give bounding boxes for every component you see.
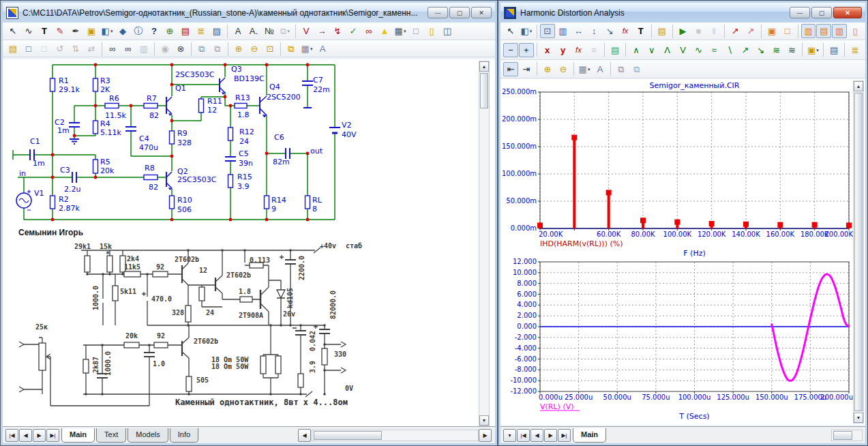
find-icon[interactable]: ∞: [105, 42, 120, 56]
cursor-right-axis-icon[interactable]: ⇥: [519, 62, 534, 76]
show-pin-names-icon[interactable]: A.: [246, 24, 261, 38]
cursor-mode-icon[interactable]: ▥: [556, 24, 571, 38]
tokens-icon[interactable]: □: [780, 24, 795, 38]
new-page-icon[interactable]: □: [408, 24, 423, 38]
right-vscroll-thumb[interactable]: [854, 93, 863, 411]
high-icon[interactable]: ∿: [691, 43, 706, 57]
flag-icon[interactable]: ◆: [115, 24, 130, 38]
minimize-button[interactable]: —: [428, 7, 448, 18]
component-bus-icon[interactable]: ▣: [84, 24, 99, 38]
scroll-left-icon[interactable]: ◀: [298, 429, 311, 442]
select-mode-icon[interactable]: ↖: [503, 24, 518, 38]
picture-mode-icon[interactable]: ✒: [68, 24, 83, 38]
left-vertical-scrollbar[interactable]: ▲ ▼: [479, 61, 490, 426]
bottom-icon[interactable]: ↘: [753, 43, 768, 57]
tab-nav-button[interactable]: |◀: [5, 429, 18, 442]
stack-pages-icon[interactable]: ≣: [194, 24, 209, 38]
select-box-icon[interactable]: □: [21, 42, 36, 56]
left-horizontal-scrollbar[interactable]: ◀ ▶: [298, 429, 492, 442]
properties-icon[interactable]: ▤: [655, 24, 670, 38]
scale-x-icon[interactable]: ↔: [571, 24, 586, 38]
rotate-icon[interactable]: ↺: [53, 42, 68, 56]
maximize-button[interactable]: ▢: [449, 7, 470, 18]
pause-icon[interactable]: ‖: [706, 24, 721, 38]
zoom-in-icon[interactable]: ⊕: [231, 42, 246, 56]
select-mode-icon[interactable]: ↖: [5, 24, 20, 38]
tab-nav-button[interactable]: ▶: [33, 429, 46, 442]
close-button[interactable]: ✕: [833, 7, 862, 18]
select-frame-icon[interactable]: ▣: [764, 24, 779, 38]
data-points-icon[interactable]: ↗: [743, 24, 758, 38]
help-mode-icon[interactable]: ?: [147, 24, 162, 38]
left-title-bar[interactable]: C:\MC11\DATA\Petrov\Semigor-однотактник_…: [3, 3, 495, 23]
slider-icon[interactable]: ▲: [377, 24, 392, 38]
scroll-down-icon[interactable]: ▼: [854, 413, 863, 423]
flip-y-icon[interactable]: ⇅: [68, 42, 83, 56]
find-next-icon[interactable]: ∞: [121, 42, 136, 56]
zoom-out-icon[interactable]: ⊖: [247, 42, 262, 56]
flip-x-icon[interactable]: ⇄: [84, 42, 99, 56]
conditions-icon[interactable]: ✓: [346, 24, 361, 38]
digital-paths-icon[interactable]: ▤: [178, 24, 193, 38]
go-left-icon[interactable]: ∧: [629, 43, 644, 57]
copy-picture-icon[interactable]: ⧉▾: [278, 24, 293, 38]
pin-connections-icon[interactable]: ∞: [361, 24, 376, 38]
page-flip-icon[interactable]: ⧉: [284, 42, 299, 56]
inflection-icon[interactable]: ∖: [722, 43, 737, 57]
power-icon[interactable]: ↯: [330, 24, 345, 38]
send-back-icon[interactable]: ⧉: [210, 42, 225, 56]
peak-icon[interactable]: Λ: [660, 43, 675, 57]
hscroll-thumb[interactable]: [314, 431, 382, 440]
point-tag-icon[interactable]: ↘: [602, 24, 617, 38]
browser-icon[interactable]: ⊕: [162, 24, 177, 38]
run-icon[interactable]: ▶: [676, 24, 691, 38]
panel-left-icon[interactable]: ▥: [801, 24, 816, 38]
go-to-flag-icon[interactable]: ◉: [158, 42, 173, 56]
tab-info[interactable]: Info: [170, 428, 198, 443]
bring-front-icon[interactable]: ⧉: [614, 62, 629, 76]
search-x-icon[interactable]: x: [540, 43, 555, 57]
valley-icon[interactable]: V: [676, 43, 691, 57]
text-mode-icon[interactable]: T: [633, 24, 648, 38]
tab-nav-button[interactable]: ▶|: [558, 429, 571, 442]
right-hscroll-thumb[interactable]: [833, 431, 852, 440]
shapes-icon[interactable]: ◧▾: [519, 24, 534, 38]
right-vertical-scrollbar[interactable]: ▲ ▼: [853, 80, 864, 423]
cursor-crosshair-icon[interactable]: +: [519, 43, 534, 57]
clipboard-icon[interactable]: ▣▾: [805, 43, 820, 57]
stop-icon[interactable]: ⊗: [173, 42, 188, 56]
stop-icon[interactable]: ■: [691, 24, 706, 38]
scroll-up-icon[interactable]: ▲: [479, 61, 489, 72]
cursor-horizontal-icon[interactable]: −: [503, 43, 518, 57]
schematic-canvas[interactable]: R129.1kR32KR611.5kR7822SC3503CQ1Q3BD139C…: [3, 59, 495, 428]
currents-icon[interactable]: →: [314, 24, 329, 38]
text-mode-icon[interactable]: T: [37, 24, 52, 38]
text-page-icon[interactable]: ▯: [424, 24, 439, 38]
right-title-bar[interactable]: Harmonic Distortion Analysis —▢✕: [500, 3, 865, 23]
panel-top-icon[interactable]: ▤: [816, 24, 831, 38]
search-menu-icon[interactable]: ≡: [586, 43, 601, 57]
search-y-icon[interactable]: y: [556, 43, 571, 57]
scale-y-icon[interactable]: ↕: [586, 24, 601, 38]
grid-squares-icon[interactable]: ▦▾: [577, 62, 592, 76]
low-icon[interactable]: ≈: [706, 43, 721, 57]
watch-icon[interactable]: ▤: [826, 43, 841, 57]
envelope-bottom-icon[interactable]: ≋: [785, 43, 800, 57]
cursor-left-axis-icon[interactable]: ⇤: [503, 62, 518, 76]
tab-nav-button[interactable]: ◀: [530, 429, 543, 442]
tab-nav-button[interactable]: ▶: [544, 429, 557, 442]
edit-waveform-icon[interactable]: ▤: [608, 43, 623, 57]
grid-squares-icon[interactable]: ▦▾: [299, 42, 314, 56]
left-vscroll-thumb[interactable]: [480, 73, 488, 108]
zoom-mode-icon[interactable]: ⊡: [540, 24, 555, 38]
numeric-output-icon[interactable]: ≣: [848, 43, 863, 57]
go-right-icon[interactable]: ∨: [644, 43, 659, 57]
wire-mode-icon[interactable]: ∿: [21, 24, 36, 38]
font-icon[interactable]: A: [593, 62, 608, 76]
tab-nav-button[interactable]: |◀: [517, 429, 530, 442]
zoom-out-icon[interactable]: ⊖: [556, 62, 571, 76]
font-icon[interactable]: A: [315, 42, 330, 56]
split-window-icon[interactable]: ◫: [440, 24, 455, 38]
envelope-top-icon[interactable]: ≋: [769, 43, 784, 57]
notes-icon[interactable]: ▨: [209, 24, 224, 38]
